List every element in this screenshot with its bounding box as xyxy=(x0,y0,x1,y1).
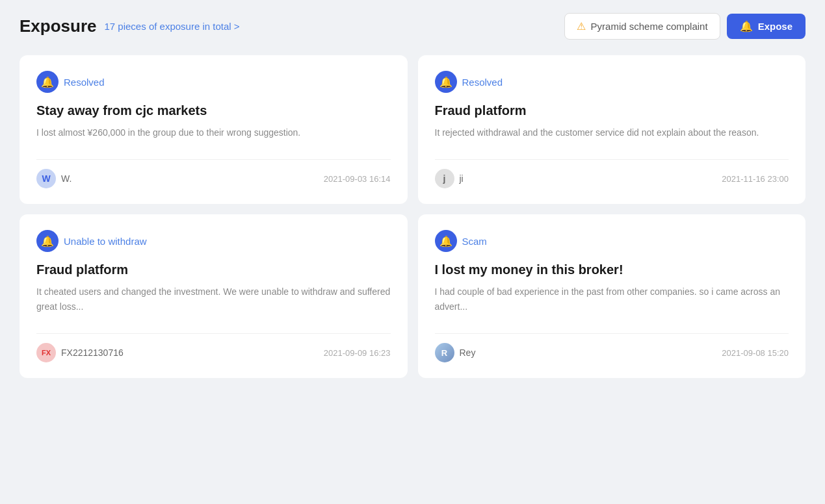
badge-icon-1: 🔔 xyxy=(36,71,59,93)
status-badge-1: 🔔 Resolved xyxy=(36,71,105,93)
exposure-card-3[interactable]: 🔔 Unable to withdraw Fraud platform It c… xyxy=(20,214,408,378)
pyramid-scheme-button[interactable]: ⚠ Pyramid scheme complaint xyxy=(564,13,720,40)
author-name-1: W. xyxy=(61,173,72,184)
post-date-4: 2021-09-08 15:20 xyxy=(722,348,789,358)
page-title: Exposure xyxy=(20,16,97,36)
status-badge-2: 🔔 Resolved xyxy=(435,71,503,93)
author-name-3: FX2212130716 xyxy=(61,347,124,358)
author-name-4: Rey xyxy=(460,347,476,358)
expose-button[interactable]: 🔔 Expose xyxy=(727,14,805,39)
avatar-2: j xyxy=(435,169,454,188)
exposure-card-4[interactable]: 🔔 Scam I lost my money in this broker! I… xyxy=(418,214,806,378)
pyramid-button-label: Pyramid scheme complaint xyxy=(591,21,708,32)
avatar-1: W xyxy=(36,169,56,188)
card-footer-3: FX FX2212130716 2021-09-09 16:23 xyxy=(36,333,391,362)
card-title-4: I lost my money in this broker! xyxy=(435,261,789,278)
header-left: Exposure 17 pieces of exposure in total … xyxy=(20,16,240,36)
badge-text-2: Resolved xyxy=(462,77,503,88)
author-4: R Rey xyxy=(435,343,476,362)
author-3: FX FX2212130716 xyxy=(36,343,124,362)
card-desc-2: It rejected withdrawal and the customer … xyxy=(435,125,789,140)
post-date-3: 2021-09-09 16:23 xyxy=(324,348,391,358)
exposure-card-2[interactable]: 🔔 Resolved Fraud platform It rejected wi… xyxy=(418,55,806,204)
expose-button-label: Expose xyxy=(758,21,792,32)
post-date-1: 2021-09-03 16:14 xyxy=(324,174,391,184)
avatar-4: R xyxy=(435,343,454,362)
badge-text-4: Scam xyxy=(462,236,487,247)
bell-icon: 🔔 xyxy=(740,20,753,32)
author-name-2: ji xyxy=(460,173,464,184)
warning-icon: ⚠ xyxy=(577,20,586,32)
card-footer-1: W W. 2021-09-03 16:14 xyxy=(36,159,391,188)
exposure-card-1[interactable]: 🔔 Resolved Stay away from cjc markets I … xyxy=(20,55,408,204)
card-desc-4: I had couple of bad experience in the pa… xyxy=(435,284,789,314)
page-header: Exposure 17 pieces of exposure in total … xyxy=(20,13,805,40)
post-date-2: 2021-11-16 23:00 xyxy=(722,174,789,184)
badge-text-3: Unable to withdraw xyxy=(64,236,147,247)
card-desc-3: It cheated users and changed the investm… xyxy=(36,284,391,314)
card-desc-1: I lost almost ¥260,000 in the group due … xyxy=(36,125,391,140)
author-2: j ji xyxy=(435,169,464,188)
card-footer-4: R Rey 2021-09-08 15:20 xyxy=(435,333,789,362)
badge-icon-2: 🔔 xyxy=(435,71,457,93)
badge-icon-4: 🔔 xyxy=(435,230,457,252)
exposure-count-link[interactable]: 17 pieces of exposure in total > xyxy=(105,21,240,32)
card-title-1: Stay away from cjc markets xyxy=(36,102,391,119)
status-badge-3: 🔔 Unable to withdraw xyxy=(36,230,147,252)
status-badge-4: 🔔 Scam xyxy=(435,230,487,252)
card-footer-2: j ji 2021-11-16 23:00 xyxy=(435,159,789,188)
badge-text-1: Resolved xyxy=(64,77,105,88)
badge-icon-3: 🔔 xyxy=(36,230,59,252)
cards-grid: 🔔 Resolved Stay away from cjc markets I … xyxy=(20,55,805,378)
avatar-3: FX xyxy=(36,343,56,362)
author-1: W W. xyxy=(36,169,72,188)
card-title-2: Fraud platform xyxy=(435,102,789,119)
card-title-3: Fraud platform xyxy=(36,261,391,278)
header-right: ⚠ Pyramid scheme complaint 🔔 Expose xyxy=(564,13,805,40)
